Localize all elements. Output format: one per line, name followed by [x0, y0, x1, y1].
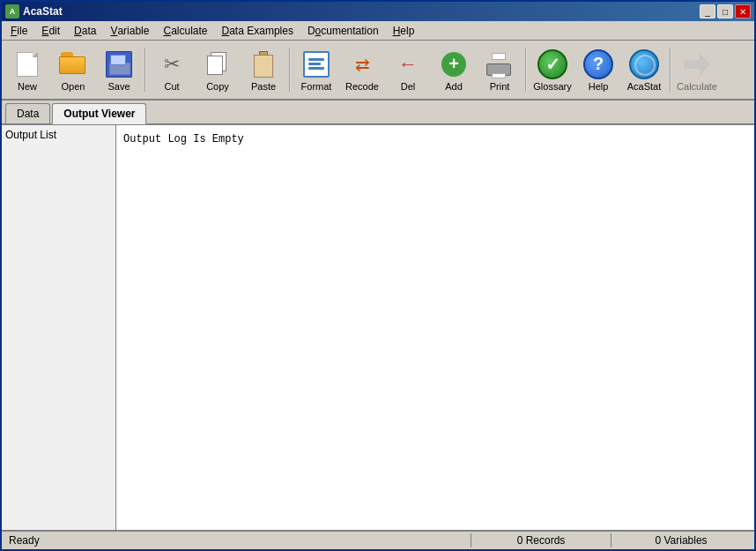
add-icon: + — [438, 48, 470, 80]
toolbar-sep-4 — [670, 48, 671, 92]
status-divider-1 — [471, 533, 471, 547]
cut-icon: ✂ — [156, 48, 188, 80]
help-icon: ? — [582, 48, 614, 80]
menu-bar: File Edit Data Variable Calculate Data E… — [2, 21, 754, 41]
window-title: AcaStat — [23, 5, 63, 18]
acastat-button[interactable]: AcaStat — [622, 43, 666, 96]
menu-file[interactable]: File — [4, 21, 34, 40]
calculate-label: Calculate — [677, 81, 717, 92]
print-label: Print — [490, 81, 510, 92]
sidebar: Output List — [2, 125, 116, 530]
menu-data[interactable]: Data — [67, 21, 103, 40]
status-records: 0 Records — [475, 534, 607, 547]
main-panel: Output Log Is Empty — [116, 125, 754, 530]
open-label: Open — [62, 81, 85, 92]
tab-bar: Data Output Viewer — [2, 101, 754, 125]
save-icon — [103, 48, 135, 80]
menu-help[interactable]: Help — [386, 21, 422, 40]
calculate-icon — [681, 48, 713, 80]
toolbar-sep-3 — [525, 48, 527, 92]
save-label: Save — [107, 81, 130, 92]
del-label: Del — [401, 81, 416, 92]
menu-calculate[interactable]: Calculate — [156, 21, 214, 40]
status-divider-2 — [611, 533, 611, 547]
acastat-label: AcaStat — [627, 81, 662, 92]
glossary-icon: ✓ — [537, 48, 568, 80]
maximize-button[interactable]: □ — [717, 4, 733, 19]
new-button[interactable]: New — [5, 43, 49, 96]
glossary-label: Glossary — [533, 81, 571, 92]
copy-icon — [202, 48, 233, 80]
output-log-message: Output Log Is Empty — [123, 133, 244, 145]
cut-button[interactable]: ✂ Cut — [150, 43, 194, 96]
toolbar-sep-2 — [289, 48, 291, 92]
title-bar-left: A AcaStat — [5, 4, 63, 19]
recode-label: Recode — [345, 81, 379, 92]
glossary-button[interactable]: ✓ Glossary — [530, 43, 574, 96]
title-bar: A AcaStat _ □ ✕ — [2, 2, 754, 21]
del-icon: ← — [392, 48, 424, 80]
copy-button[interactable]: Copy — [196, 43, 240, 96]
status-bar: Ready 0 Records 0 Variables — [2, 530, 754, 549]
copy-label: Copy — [206, 81, 229, 92]
calculate-button[interactable]: Calculate — [675, 43, 719, 96]
menu-variable[interactable]: Variable — [103, 21, 156, 40]
content-area: Output List Output Log Is Empty — [2, 125, 754, 530]
format-icon — [300, 48, 332, 80]
format-label: Format — [301, 81, 332, 92]
status-ready: Ready — [9, 534, 467, 547]
new-label: New — [18, 81, 37, 92]
open-icon — [57, 48, 89, 80]
print-button[interactable]: Print — [478, 43, 522, 96]
help-button[interactable]: ? Help — [576, 43, 620, 96]
toolbar: New Open Save ✂ Cut — [2, 41, 754, 101]
save-button[interactable]: Save — [97, 43, 141, 96]
help-label: Help — [589, 81, 609, 92]
toolbar-sep-1 — [145, 48, 146, 92]
main-window: A AcaStat _ □ ✕ File Edit Data Variable … — [0, 0, 756, 551]
menu-edit[interactable]: Edit — [34, 21, 67, 40]
add-button[interactable]: + Add — [432, 43, 476, 96]
paste-button[interactable]: Paste — [241, 43, 285, 96]
del-button[interactable]: ← Del — [386, 43, 430, 96]
tab-output-viewer[interactable]: Output Viewer — [52, 103, 146, 124]
acastat-icon — [628, 48, 660, 80]
menu-data-examples[interactable]: Data Examples — [215, 21, 300, 40]
cut-label: Cut — [164, 81, 179, 92]
format-button[interactable]: Format — [294, 43, 338, 96]
app-icon: A — [5, 4, 19, 19]
title-bar-controls: _ □ ✕ — [700, 4, 751, 19]
new-icon — [11, 48, 43, 80]
recode-icon: ⇄ — [346, 48, 378, 80]
status-variables: 0 Variables — [615, 534, 747, 547]
paste-icon — [248, 48, 279, 80]
paste-label: Paste — [251, 81, 276, 92]
open-button[interactable]: Open — [51, 43, 95, 96]
minimize-button[interactable]: _ — [700, 4, 715, 19]
recode-button[interactable]: ⇄ Recode — [340, 43, 384, 96]
add-label: Add — [445, 81, 463, 92]
tab-data[interactable]: Data — [5, 103, 50, 123]
close-button[interactable]: ✕ — [735, 4, 751, 19]
menu-documentation[interactable]: Documentation — [300, 21, 386, 40]
sidebar-title: Output List — [5, 129, 56, 141]
print-icon — [484, 48, 515, 80]
